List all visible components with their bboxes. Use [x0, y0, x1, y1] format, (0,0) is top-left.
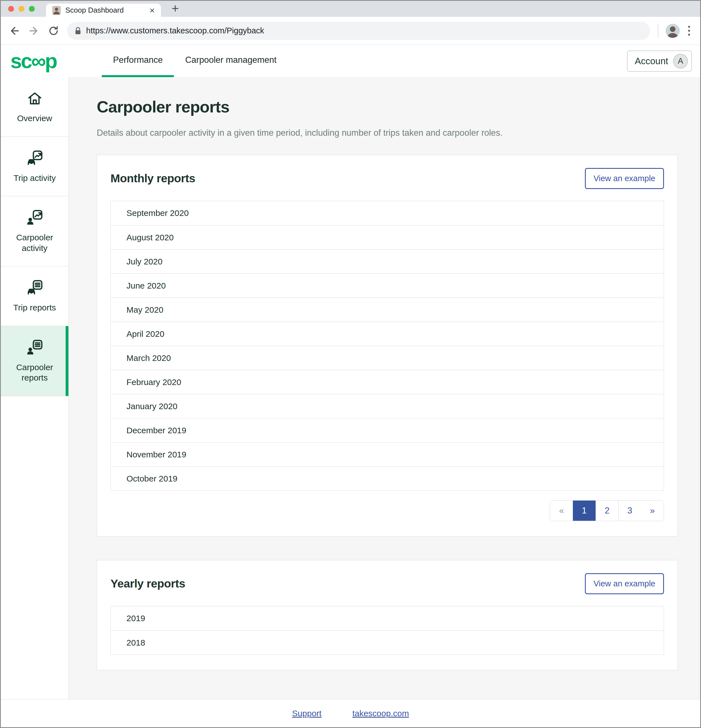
yearly-reports-heading: Yearly reports	[111, 577, 185, 590]
pagination: « 123 »	[550, 500, 664, 521]
monthly-report-row[interactable]: June 2020	[111, 273, 664, 298]
pagination-page-button[interactable]: 1	[573, 501, 596, 521]
tab-carpooler-management[interactable]: Carpooler management	[174, 45, 288, 77]
yearly-reports-card: Yearly reports View an example 20192018	[97, 560, 678, 670]
monthly-report-row[interactable]: January 2020	[111, 394, 664, 418]
takescoop-link[interactable]: takescoop.com	[352, 709, 409, 718]
sidebar-item-trip-activity[interactable]: Trip activity	[1, 137, 68, 196]
monthly-reports-heading: Monthly reports	[111, 172, 195, 185]
sidebar-item-label: Carpooler reports	[5, 362, 65, 383]
carpooler-reports-icon	[26, 339, 43, 356]
carpooler-activity-icon	[26, 209, 43, 226]
sidebar-item-trip-reports[interactable]: Trip reports	[1, 266, 68, 326]
monthly-report-list: September 2020August 2020July 2020June 2…	[111, 201, 664, 491]
sidebar-item-label: Carpooler activity	[5, 232, 65, 253]
trip-reports-icon	[26, 279, 43, 296]
toolbar-divider	[658, 24, 658, 38]
sidebar-filler	[1, 396, 68, 699]
monthly-report-row[interactable]: November 2019	[111, 442, 664, 467]
pagination-next-icon[interactable]: »	[641, 501, 664, 521]
sidebar-item-carpooler-reports[interactable]: Carpooler reports	[1, 326, 68, 396]
tab-favicon-icon	[52, 6, 61, 14]
sidebar: Overview Trip activity	[1, 77, 69, 699]
main-content: Carpooler reports Details about carpoole…	[69, 77, 700, 699]
monthly-report-row[interactable]: February 2020	[111, 370, 664, 394]
app-header: sc∞p Performance Carpooler management Ac…	[1, 45, 700, 77]
account-label: Account	[635, 56, 668, 66]
yearly-view-example-button[interactable]: View an example	[585, 573, 664, 594]
reload-icon[interactable]	[48, 25, 60, 37]
yearly-report-row[interactable]: 2019	[111, 606, 664, 630]
monthly-report-row[interactable]: September 2020	[111, 201, 664, 225]
monthly-report-row[interactable]: December 2019	[111, 418, 664, 442]
monthly-report-row[interactable]: July 2020	[111, 249, 664, 273]
new-tab-button[interactable]: +	[172, 2, 179, 14]
monthly-report-row[interactable]: April 2020	[111, 322, 664, 346]
account-avatar: A	[673, 54, 688, 68]
pagination-page-button[interactable]: 2	[596, 501, 618, 521]
url-text: https://www.customers.takescoop.com/Pigg…	[86, 26, 264, 35]
profile-avatar[interactable]	[666, 24, 680, 38]
browser-tab[interactable]: Scoop Dashboard ×	[46, 4, 161, 17]
yearly-report-list: 20192018	[111, 606, 664, 655]
footer: Support takescoop.com	[1, 699, 700, 727]
monthly-report-row[interactable]: May 2020	[111, 298, 664, 322]
tab-performance[interactable]: Performance	[102, 45, 174, 77]
window-controls	[8, 6, 35, 12]
browser-window: Scoop Dashboard × + https://www.customer…	[0, 0, 701, 728]
tab-title: Scoop Dashboard	[65, 6, 145, 14]
browser-tab-strip: Scoop Dashboard × +	[1, 1, 700, 17]
close-window-button[interactable]	[8, 6, 14, 12]
browser-menu-icon[interactable]	[688, 26, 690, 36]
forward-icon[interactable]	[28, 25, 40, 37]
pagination-prev-icon[interactable]: «	[550, 501, 573, 521]
scoop-logo: sc∞p	[10, 51, 95, 72]
sidebar-item-overview[interactable]: Overview	[1, 77, 68, 137]
support-link[interactable]: Support	[292, 709, 322, 718]
browser-toolbar: https://www.customers.takescoop.com/Pigg…	[1, 17, 700, 45]
sidebar-item-carpooler-activity[interactable]: Carpooler activity	[1, 196, 68, 266]
sidebar-item-label: Overview	[17, 113, 52, 124]
app-nav: Performance Carpooler management	[102, 45, 288, 77]
monthly-reports-card: Monthly reports View an example Septembe…	[97, 155, 678, 536]
monthly-report-row[interactable]: August 2020	[111, 225, 664, 249]
monthly-view-example-button[interactable]: View an example	[585, 168, 664, 189]
sidebar-item-label: Trip reports	[13, 302, 56, 313]
home-icon	[26, 90, 43, 107]
sidebar-item-label: Trip activity	[13, 173, 56, 183]
back-icon[interactable]	[8, 25, 20, 37]
monthly-report-row[interactable]: October 2019	[111, 467, 664, 491]
page-title: Carpooler reports	[97, 97, 678, 116]
monthly-report-row[interactable]: March 2020	[111, 346, 664, 370]
url-bar[interactable]: https://www.customers.takescoop.com/Pigg…	[67, 22, 650, 40]
lock-icon	[74, 27, 82, 35]
yearly-report-row[interactable]: 2018	[111, 630, 664, 654]
minimize-window-button[interactable]	[19, 6, 25, 12]
page-subtitle: Details about carpooler activity in a gi…	[97, 128, 678, 138]
account-button[interactable]: Account A	[627, 51, 692, 72]
pagination-page-button[interactable]: 3	[618, 501, 641, 521]
tab-close-icon[interactable]: ×	[150, 6, 155, 15]
zoom-window-button[interactable]	[29, 6, 35, 12]
trip-activity-icon	[26, 150, 43, 166]
